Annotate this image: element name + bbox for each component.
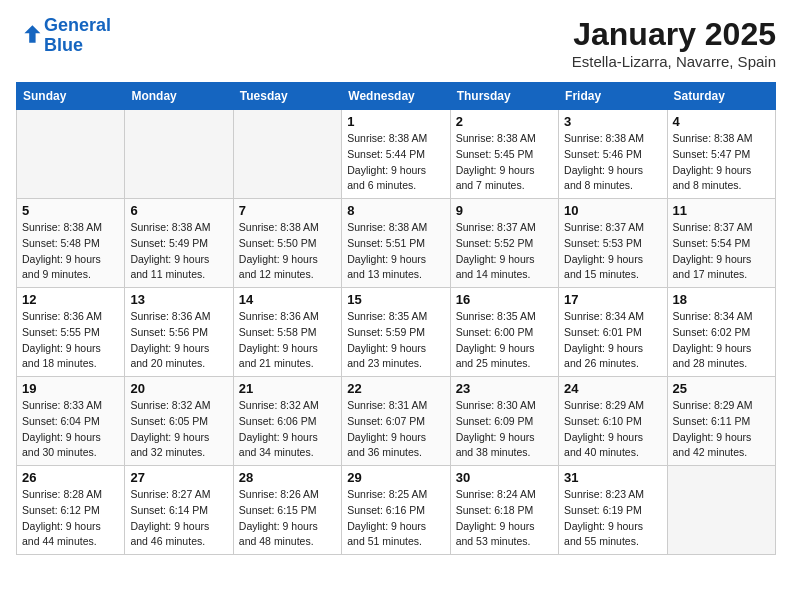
day-number: 23 xyxy=(456,381,553,396)
calendar-cell: 11Sunrise: 8:37 AMSunset: 5:54 PMDayligh… xyxy=(667,199,775,288)
day-info: Sunrise: 8:38 AMSunset: 5:44 PMDaylight:… xyxy=(347,131,444,194)
svg-marker-0 xyxy=(24,25,40,43)
day-info: Sunrise: 8:35 AMSunset: 6:00 PMDaylight:… xyxy=(456,309,553,372)
calendar-cell: 30Sunrise: 8:24 AMSunset: 6:18 PMDayligh… xyxy=(450,466,558,555)
calendar-cell: 19Sunrise: 8:33 AMSunset: 6:04 PMDayligh… xyxy=(17,377,125,466)
day-number: 26 xyxy=(22,470,119,485)
day-info: Sunrise: 8:36 AMSunset: 5:56 PMDaylight:… xyxy=(130,309,227,372)
header: General Blue January 2025 Estella-Lizarr… xyxy=(16,16,776,70)
day-number: 31 xyxy=(564,470,661,485)
day-number: 18 xyxy=(673,292,770,307)
day-number: 15 xyxy=(347,292,444,307)
weekday-header-monday: Monday xyxy=(125,83,233,110)
day-info: Sunrise: 8:23 AMSunset: 6:19 PMDaylight:… xyxy=(564,487,661,550)
calendar-header: SundayMondayTuesdayWednesdayThursdayFrid… xyxy=(17,83,776,110)
day-info: Sunrise: 8:29 AMSunset: 6:11 PMDaylight:… xyxy=(673,398,770,461)
calendar-cell: 10Sunrise: 8:37 AMSunset: 5:53 PMDayligh… xyxy=(559,199,667,288)
day-info: Sunrise: 8:34 AMSunset: 6:01 PMDaylight:… xyxy=(564,309,661,372)
day-number: 11 xyxy=(673,203,770,218)
day-info: Sunrise: 8:36 AMSunset: 5:55 PMDaylight:… xyxy=(22,309,119,372)
calendar-cell xyxy=(17,110,125,199)
day-info: Sunrise: 8:38 AMSunset: 5:50 PMDaylight:… xyxy=(239,220,336,283)
title-area: January 2025 Estella-Lizarra, Navarre, S… xyxy=(572,16,776,70)
day-number: 24 xyxy=(564,381,661,396)
day-info: Sunrise: 8:38 AMSunset: 5:49 PMDaylight:… xyxy=(130,220,227,283)
day-number: 4 xyxy=(673,114,770,129)
day-info: Sunrise: 8:38 AMSunset: 5:51 PMDaylight:… xyxy=(347,220,444,283)
day-number: 9 xyxy=(456,203,553,218)
logo-line2: Blue xyxy=(44,35,83,55)
calendar-cell: 1Sunrise: 8:38 AMSunset: 5:44 PMDaylight… xyxy=(342,110,450,199)
day-number: 12 xyxy=(22,292,119,307)
weekday-header-saturday: Saturday xyxy=(667,83,775,110)
calendar-subtitle: Estella-Lizarra, Navarre, Spain xyxy=(572,53,776,70)
weekday-header-thursday: Thursday xyxy=(450,83,558,110)
calendar-cell xyxy=(667,466,775,555)
day-number: 2 xyxy=(456,114,553,129)
calendar-title: January 2025 xyxy=(572,16,776,53)
day-number: 19 xyxy=(22,381,119,396)
day-info: Sunrise: 8:28 AMSunset: 6:12 PMDaylight:… xyxy=(22,487,119,550)
calendar-cell: 14Sunrise: 8:36 AMSunset: 5:58 PMDayligh… xyxy=(233,288,341,377)
day-info: Sunrise: 8:38 AMSunset: 5:48 PMDaylight:… xyxy=(22,220,119,283)
calendar-cell: 28Sunrise: 8:26 AMSunset: 6:15 PMDayligh… xyxy=(233,466,341,555)
day-number: 3 xyxy=(564,114,661,129)
calendar-cell: 20Sunrise: 8:32 AMSunset: 6:05 PMDayligh… xyxy=(125,377,233,466)
calendar-cell: 4Sunrise: 8:38 AMSunset: 5:47 PMDaylight… xyxy=(667,110,775,199)
day-number: 22 xyxy=(347,381,444,396)
day-number: 30 xyxy=(456,470,553,485)
day-info: Sunrise: 8:35 AMSunset: 5:59 PMDaylight:… xyxy=(347,309,444,372)
calendar-cell xyxy=(233,110,341,199)
day-number: 1 xyxy=(347,114,444,129)
calendar-cell: 23Sunrise: 8:30 AMSunset: 6:09 PMDayligh… xyxy=(450,377,558,466)
calendar-cell: 7Sunrise: 8:38 AMSunset: 5:50 PMDaylight… xyxy=(233,199,341,288)
calendar-cell: 9Sunrise: 8:37 AMSunset: 5:52 PMDaylight… xyxy=(450,199,558,288)
day-info: Sunrise: 8:32 AMSunset: 6:05 PMDaylight:… xyxy=(130,398,227,461)
day-number: 29 xyxy=(347,470,444,485)
week-row-2: 5Sunrise: 8:38 AMSunset: 5:48 PMDaylight… xyxy=(17,199,776,288)
calendar-cell: 27Sunrise: 8:27 AMSunset: 6:14 PMDayligh… xyxy=(125,466,233,555)
calendar-cell: 8Sunrise: 8:38 AMSunset: 5:51 PMDaylight… xyxy=(342,199,450,288)
calendar-cell: 5Sunrise: 8:38 AMSunset: 5:48 PMDaylight… xyxy=(17,199,125,288)
weekday-header-tuesday: Tuesday xyxy=(233,83,341,110)
day-info: Sunrise: 8:25 AMSunset: 6:16 PMDaylight:… xyxy=(347,487,444,550)
day-number: 27 xyxy=(130,470,227,485)
day-number: 25 xyxy=(673,381,770,396)
day-info: Sunrise: 8:38 AMSunset: 5:45 PMDaylight:… xyxy=(456,131,553,194)
calendar-cell: 26Sunrise: 8:28 AMSunset: 6:12 PMDayligh… xyxy=(17,466,125,555)
weekday-header-sunday: Sunday xyxy=(17,83,125,110)
day-number: 13 xyxy=(130,292,227,307)
calendar-cell: 15Sunrise: 8:35 AMSunset: 5:59 PMDayligh… xyxy=(342,288,450,377)
calendar-cell: 22Sunrise: 8:31 AMSunset: 6:07 PMDayligh… xyxy=(342,377,450,466)
day-number: 16 xyxy=(456,292,553,307)
calendar-cell: 3Sunrise: 8:38 AMSunset: 5:46 PMDaylight… xyxy=(559,110,667,199)
day-info: Sunrise: 8:27 AMSunset: 6:14 PMDaylight:… xyxy=(130,487,227,550)
day-info: Sunrise: 8:34 AMSunset: 6:02 PMDaylight:… xyxy=(673,309,770,372)
calendar-cell: 24Sunrise: 8:29 AMSunset: 6:10 PMDayligh… xyxy=(559,377,667,466)
calendar-cell: 21Sunrise: 8:32 AMSunset: 6:06 PMDayligh… xyxy=(233,377,341,466)
day-number: 20 xyxy=(130,381,227,396)
logo-icon xyxy=(18,22,42,46)
weekday-header-row: SundayMondayTuesdayWednesdayThursdayFrid… xyxy=(17,83,776,110)
day-number: 28 xyxy=(239,470,336,485)
day-info: Sunrise: 8:36 AMSunset: 5:58 PMDaylight:… xyxy=(239,309,336,372)
day-number: 5 xyxy=(22,203,119,218)
logo: General Blue xyxy=(16,16,111,56)
day-number: 17 xyxy=(564,292,661,307)
day-info: Sunrise: 8:37 AMSunset: 5:53 PMDaylight:… xyxy=(564,220,661,283)
week-row-1: 1Sunrise: 8:38 AMSunset: 5:44 PMDaylight… xyxy=(17,110,776,199)
calendar-body: 1Sunrise: 8:38 AMSunset: 5:44 PMDaylight… xyxy=(17,110,776,555)
weekday-header-friday: Friday xyxy=(559,83,667,110)
day-info: Sunrise: 8:30 AMSunset: 6:09 PMDaylight:… xyxy=(456,398,553,461)
week-row-3: 12Sunrise: 8:36 AMSunset: 5:55 PMDayligh… xyxy=(17,288,776,377)
day-info: Sunrise: 8:32 AMSunset: 6:06 PMDaylight:… xyxy=(239,398,336,461)
calendar-cell: 17Sunrise: 8:34 AMSunset: 6:01 PMDayligh… xyxy=(559,288,667,377)
day-info: Sunrise: 8:38 AMSunset: 5:46 PMDaylight:… xyxy=(564,131,661,194)
calendar-cell: 16Sunrise: 8:35 AMSunset: 6:00 PMDayligh… xyxy=(450,288,558,377)
logo-text: General Blue xyxy=(44,16,111,56)
day-info: Sunrise: 8:38 AMSunset: 5:47 PMDaylight:… xyxy=(673,131,770,194)
day-info: Sunrise: 8:31 AMSunset: 6:07 PMDaylight:… xyxy=(347,398,444,461)
day-info: Sunrise: 8:33 AMSunset: 6:04 PMDaylight:… xyxy=(22,398,119,461)
day-number: 8 xyxy=(347,203,444,218)
calendar-cell: 18Sunrise: 8:34 AMSunset: 6:02 PMDayligh… xyxy=(667,288,775,377)
